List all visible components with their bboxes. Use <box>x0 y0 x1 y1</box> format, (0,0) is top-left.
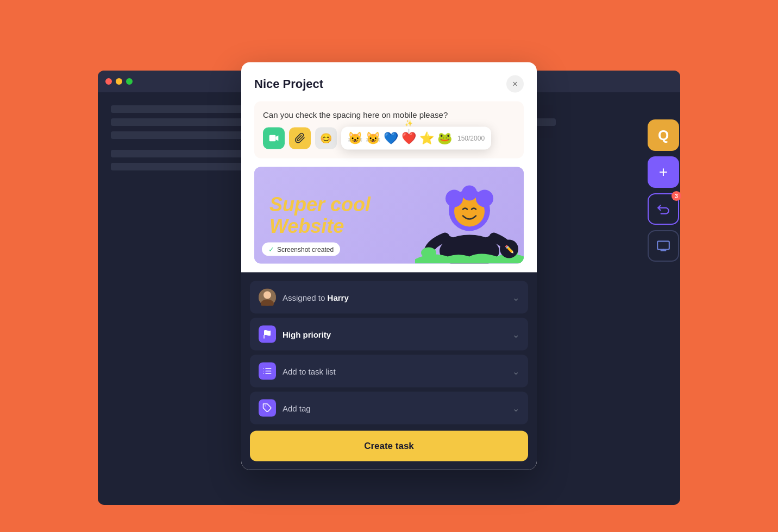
create-task-label: Create task <box>364 441 414 451</box>
pen-icon: ✏️ <box>505 245 514 254</box>
tasklist-icon-wrap <box>259 363 276 380</box>
tag-icon-wrap <box>259 400 276 417</box>
q-button[interactable]: Q <box>648 119 679 151</box>
screen-button[interactable] <box>648 230 679 262</box>
comment-area: Can you check the spacing here on mobile… <box>254 102 524 159</box>
emoji-face-icon: 😊 <box>320 132 332 144</box>
modal-bottom: Assigned to Harry ⌄ High priority ⌄ <box>241 273 537 470</box>
priority-value: High priority <box>283 330 331 339</box>
editor-toolbar: 😊 😺 😺 💙 ✨ ❤️ ⭐ 🐸 150/2000 <box>263 127 515 150</box>
screenshot-title-line2: Website <box>269 216 371 237</box>
tasklist-dropdown[interactable]: Add to task list ⌄ <box>250 355 528 388</box>
screenshot-badge: ✓ Screenshot created <box>262 243 340 256</box>
plus-icon: + <box>659 163 668 181</box>
tasklist-label: Add to task list <box>283 366 512 376</box>
badge: 3 <box>672 191 681 201</box>
svg-point-9 <box>462 186 477 201</box>
screenshot-title-line1: Super cool <box>269 194 371 216</box>
svg-rect-0 <box>657 241 669 249</box>
video-icon <box>268 133 279 144</box>
priority-chevron: ⌄ <box>512 329 519 339</box>
emoji-2[interactable]: 😺 <box>366 131 380 145</box>
dot-yellow <box>116 78 122 85</box>
tag-dropdown[interactable]: Add tag ⌄ <box>250 392 528 425</box>
emoji-picker: 😺 😺 💙 ✨ ❤️ ⭐ 🐸 150/2000 <box>341 127 491 150</box>
avatar-icon <box>259 289 276 306</box>
tag-icon <box>262 403 272 413</box>
video-button[interactable] <box>263 128 285 149</box>
create-task-button[interactable]: Create task <box>250 431 528 461</box>
tasklist-chevron: ⌄ <box>512 366 519 376</box>
reply-button[interactable]: 3 <box>648 193 679 225</box>
close-button[interactable]: × <box>506 75 524 93</box>
priority-icon <box>262 330 272 339</box>
assigned-chevron: ⌄ <box>512 292 519 302</box>
avatar <box>259 289 276 306</box>
list-icon <box>262 366 272 376</box>
emoji-6[interactable]: 🐸 <box>437 131 452 145</box>
check-icon: ✓ <box>268 245 274 254</box>
attach-button[interactable] <box>289 128 311 149</box>
tag-chevron: ⌄ <box>512 403 519 413</box>
svg-point-8 <box>446 190 463 207</box>
comment-text: Can you check the spacing here on mobile… <box>263 110 515 119</box>
screenshot-preview: Super cool Website <box>254 167 524 264</box>
modal-title: Nice Project <box>254 77 323 91</box>
assigned-value: Harry <box>328 293 349 302</box>
modal-content: Can you check the spacing here on mobile… <box>241 102 537 273</box>
q-icon: Q <box>658 127 669 144</box>
svg-point-10 <box>476 190 493 207</box>
add-button[interactable]: + <box>648 156 679 188</box>
emoji-5[interactable]: ⭐ <box>419 131 434 145</box>
emoji-1[interactable]: 😺 <box>348 131 362 145</box>
dot-red <box>105 78 112 85</box>
screenshot-badge-text: Screenshot created <box>277 245 334 253</box>
right-toolbar: Q + 3 <box>648 119 679 262</box>
screenshot-text-block: Super cool Website <box>254 179 386 252</box>
emoji-4[interactable]: ✨ ❤️ <box>401 131 416 145</box>
close-icon: × <box>512 79 517 89</box>
priority-dropdown[interactable]: High priority ⌄ <box>250 318 528 351</box>
svg-point-12 <box>263 292 271 299</box>
create-task-modal: Nice Project × Can you check the spacing… <box>241 62 537 470</box>
assigned-label: Assigned to Harry <box>283 293 512 302</box>
char-count: 150/2000 <box>457 135 485 142</box>
screen-icon <box>656 239 670 253</box>
tag-label: Add tag <box>283 403 512 413</box>
screenshot-icon-btn[interactable]: ✏️ <box>500 240 518 258</box>
priority-label: High priority <box>283 330 512 339</box>
assigned-dropdown[interactable]: Assigned to Harry ⌄ <box>250 281 528 314</box>
priority-icon-wrap <box>259 326 276 343</box>
modal-header: Nice Project × <box>241 62 537 102</box>
attach-icon <box>294 133 305 144</box>
reply-icon <box>656 202 670 216</box>
sparkle-icon: ✨ <box>405 119 413 127</box>
avatar-wrap <box>259 289 276 306</box>
svg-rect-1 <box>269 135 276 142</box>
dot-green <box>126 78 133 85</box>
emoji-3[interactable]: 💙 <box>384 131 398 145</box>
emoji-button[interactable]: 😊 <box>315 128 337 149</box>
